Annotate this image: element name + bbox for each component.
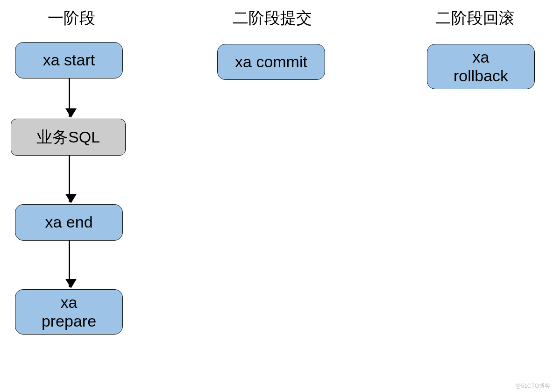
node-label: xa start xyxy=(43,51,95,69)
node-xa-prepare: xa prepare xyxy=(15,289,123,335)
node-xa-commit: xa commit xyxy=(217,44,325,80)
node-label: xa end xyxy=(45,213,92,231)
node-xa-start: xa start xyxy=(15,42,123,78)
phase2-rollback-title: 二阶段回滚 xyxy=(435,7,515,29)
watermark: @51CTO博客 xyxy=(515,382,550,390)
node-xa-rollback: xa rollback xyxy=(427,44,535,89)
node-label: xa rollback xyxy=(454,48,508,85)
node-xa-end: xa end xyxy=(15,204,123,241)
arrow-start-to-sql xyxy=(69,78,70,117)
phase1-title: 一阶段 xyxy=(48,7,95,29)
phase2-commit-title: 二阶段提交 xyxy=(233,7,312,29)
arrow-end-to-prepare xyxy=(69,241,70,287)
node-label: xa prepare xyxy=(42,293,96,330)
arrow-sql-to-end xyxy=(69,156,70,202)
node-biz-sql: 业务SQL xyxy=(11,119,126,156)
node-label: xa commit xyxy=(235,53,307,71)
node-label: 业务SQL xyxy=(36,128,100,146)
